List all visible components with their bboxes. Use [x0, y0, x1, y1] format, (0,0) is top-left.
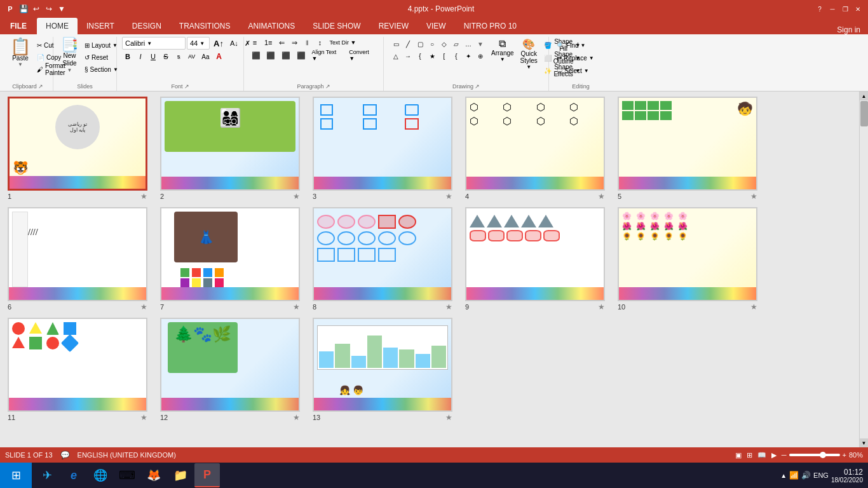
slide-thumb-3[interactable] [313, 97, 452, 191]
tab-view[interactable]: VIEW [417, 18, 455, 34]
slide-star-7[interactable]: ★ [293, 302, 300, 311]
shape-callout[interactable]: { [414, 50, 426, 62]
shape-arrow[interactable]: → [402, 50, 414, 62]
slide-item-6[interactable]: //// 6 ★ [8, 207, 154, 311]
undo-button[interactable]: ↩ [31, 3, 42, 15]
bullets-button[interactable]: ≡ [249, 37, 261, 48]
align-right-button[interactable]: ⬛ [279, 50, 293, 61]
redo-button[interactable]: ↪ [43, 3, 55, 15]
slide-item-7[interactable]: 👗 [160, 207, 306, 311]
font-color-button[interactable]: A [214, 51, 225, 62]
slide-star-13[interactable]: ★ [445, 413, 452, 422]
text-direction-button[interactable]: Text Dir ▼ [327, 37, 359, 48]
clipboard-expand-button[interactable]: ↗ [38, 83, 43, 90]
shape-scroll[interactable]: ▼ [475, 38, 486, 50]
slide-star-6[interactable]: ★ [140, 302, 147, 311]
tab-insert[interactable]: INSERT [78, 18, 123, 34]
taskbar-keyboard[interactable]: ⌨ [114, 463, 140, 487]
slide-star-12[interactable]: ★ [293, 413, 300, 422]
shape-star[interactable]: ★ [426, 50, 438, 62]
shape-rect[interactable]: ▭ [390, 38, 402, 50]
scroll-up-button[interactable]: ▲ [860, 92, 869, 100]
bold-button[interactable]: B [122, 51, 133, 62]
slide-item-8[interactable]: 8 ★ [313, 207, 459, 311]
shape-more[interactable]: … [463, 38, 474, 50]
italic-button[interactable]: I [135, 51, 146, 62]
normal-view-button[interactable]: ▣ [735, 451, 742, 459]
slide-thumb-12[interactable]: 🌲🐾🌿 [160, 318, 300, 412]
taskbar-ie[interactable]: e [61, 463, 86, 487]
taskbar-firefox[interactable]: 🦊 [141, 463, 166, 487]
reading-view-button[interactable]: 📖 [757, 451, 766, 459]
section-button[interactable]: § Section ▼ [82, 64, 121, 75]
shape-oval[interactable]: ○ [426, 38, 438, 50]
slide-thumb-13[interactable]: 👧 👦 [313, 318, 452, 412]
tab-review[interactable]: REVIEW [370, 18, 417, 34]
shape-diamond[interactable]: ◇ [438, 38, 450, 50]
shape-custom1[interactable]: ✦ [463, 50, 474, 62]
slide-star-9[interactable]: ★ [598, 302, 605, 311]
slide-star-2[interactable]: ★ [293, 192, 300, 201]
taskbar-browser[interactable]: 🌐 [88, 463, 113, 487]
zoom-slider[interactable] [789, 454, 840, 456]
scroll-thumb[interactable] [860, 101, 868, 126]
select-button[interactable]: ⬚ Select ▼ [554, 65, 597, 76]
scroll-track[interactable] [860, 100, 869, 438]
slide-thumb-7[interactable]: 👗 [160, 207, 300, 301]
shape-brace[interactable]: { [451, 50, 462, 62]
slide-item-3[interactable]: 3 ★ [313, 97, 459, 201]
customize-qa-button[interactable]: ▼ [56, 3, 67, 15]
tab-home[interactable]: HOME [37, 18, 78, 34]
reset-button[interactable]: ↺ Reset [82, 51, 121, 63]
paragraph-expand-button[interactable]: ↗ [325, 83, 330, 90]
font-size-dropdown[interactable]: 44 ▼ [187, 37, 210, 50]
taskbar-powerpoint[interactable]: P [194, 463, 220, 487]
layout-button[interactable]: ⊞ Layout ▼ [82, 39, 121, 51]
right-scrollbar[interactable]: ▲ ▼ [859, 92, 868, 447]
tab-design[interactable]: DESIGN [123, 18, 170, 34]
numbering-button[interactable]: 1≡ [262, 37, 275, 48]
convert-smartart-button[interactable]: Convert ▼ [346, 50, 378, 61]
slide-item-12[interactable]: 🌲🐾🌿 12 ★ [160, 318, 306, 422]
slide-star-5[interactable]: ★ [750, 192, 757, 201]
shape-parallelogram[interactable]: ▱ [451, 38, 462, 50]
slide-star-4[interactable]: ★ [598, 192, 605, 201]
slide-thumb-10[interactable]: 🌸🌸🌸🌸🌸 🌺🌺🌺🌺🌺 🌻🌻🌻🌻🌻 [618, 207, 757, 301]
slide-item-10[interactable]: 🌸🌸🌸🌸🌸 🌺🌺🌺🌺🌺 🌻🌻🌻🌻🌻 10 ★ [618, 207, 764, 311]
drawing-expand-button[interactable]: ↗ [475, 83, 480, 90]
slide-thumb-6[interactable]: //// [8, 207, 147, 301]
scroll-down-button[interactable]: ▼ [860, 438, 869, 447]
slide-sorter-button[interactable]: ⊞ [747, 451, 752, 459]
shape-line[interactable]: ╱ [402, 38, 414, 50]
slide-thumb-2[interactable]: 👨‍👩‍👧‍👦 [160, 97, 300, 191]
paste-dropdown-arrow[interactable]: ▼ [18, 62, 23, 67]
tray-arrow-icon[interactable]: ▲ [780, 472, 787, 479]
slide-item-2[interactable]: 👨‍👩‍👧‍👦 2 ★ [160, 97, 306, 201]
slide-thumb-4[interactable]: ⬡⬡⬡⬡ ⬡⬡⬡⬡ [465, 97, 605, 191]
align-text-button[interactable]: Align Text ▼ [309, 50, 345, 61]
slide-star-11[interactable]: ★ [140, 413, 147, 422]
find-button[interactable]: 🔍 Find ▼ [554, 39, 597, 51]
minimize-button[interactable]: ─ [827, 4, 837, 14]
new-slide-dropdown[interactable]: ▼ [67, 67, 72, 73]
underline-button[interactable]: U [147, 51, 159, 62]
slide-star-3[interactable]: ★ [445, 192, 452, 201]
slide-item-1[interactable]: تو ریاضیپایه اول 🐯 1 ★ [8, 97, 154, 201]
zoom-thumb[interactable] [820, 452, 826, 458]
slide-item-9[interactable]: 9 ★ [465, 207, 611, 311]
tab-slideshow[interactable]: SLIDE SHOW [304, 18, 369, 34]
char-spacing-button[interactable]: AV [186, 51, 198, 62]
slide-star-10[interactable]: ★ [750, 302, 757, 311]
tab-file[interactable]: FILE [0, 18, 37, 34]
slide-thumb-1[interactable]: تو ریاضیپایه اول 🐯 [8, 97, 147, 191]
justify-button[interactable]: ⬛ [294, 50, 308, 61]
decrease-indent-button[interactable]: ⇐ [276, 37, 288, 48]
tab-animations[interactable]: ANIMATIONS [239, 18, 304, 34]
help-button[interactable]: ? [815, 4, 825, 14]
taskbar-files[interactable]: 📁 [168, 463, 193, 487]
notes-icon[interactable]: 💬 [60, 451, 70, 459]
increase-font-button[interactable]: A↑ [211, 37, 226, 49]
shape-custom2[interactable]: ⊕ [475, 50, 486, 62]
save-button[interactable]: 💾 [18, 3, 29, 15]
zoom-out-button[interactable]: ─ [782, 451, 787, 459]
